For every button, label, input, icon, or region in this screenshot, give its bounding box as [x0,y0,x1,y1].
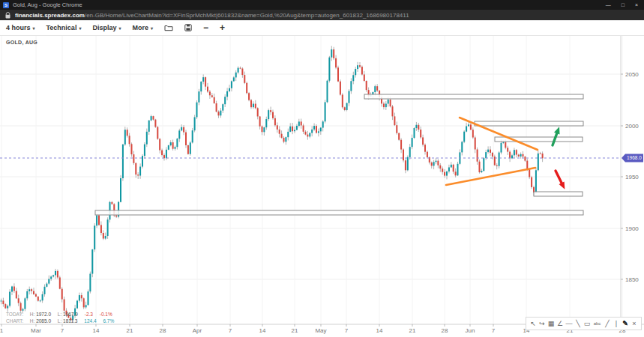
price-tick-label: 2050 [625,71,639,78]
time-tick-label: 1 [0,327,4,334]
price-zone-rectangle[interactable] [364,94,583,99]
price-zone-rectangle[interactable] [475,121,583,126]
horizontal-line-tool-icon[interactable]: — [565,320,573,327]
time-tick-label: 7 [345,327,349,334]
last-price-tag-label: 1968.0 [627,155,642,160]
text-tool-icon[interactable]: abc [592,321,602,326]
time-tick-label: 21 [409,327,416,334]
price-tick-label: 2000 [625,123,639,130]
chart-canvas[interactable]: 205020001950190018501Mar7142128Apr71421M… [0,0,644,337]
time-tick-label: 21 [292,327,298,334]
green-up-arrow-head [554,127,560,134]
table-tool-icon[interactable]: ▦ [547,320,555,327]
price-zone-rectangle[interactable] [95,210,583,215]
time-tick-label: May [315,327,326,334]
browser-window: S Gold, Aug - Google Chrome — □ × financ… [0,0,644,337]
symbol-label: GOLD, AUG [6,40,37,45]
ohlc-legend: TODAY: H: 1972.0 L: 1967.9 -2.3 -0.1% CH… [6,311,114,324]
candlesticks [1,46,544,322]
time-tick-label: 28 [160,327,166,334]
price-tick-label: 1950 [625,174,639,180]
vertical-line-tool-icon[interactable]: | [613,320,620,327]
trend-line-tool-icon[interactable]: ╲ [574,320,582,327]
drawing-toolbar: ↖↪▦∠—╲▭abc╱|✎× [526,317,642,330]
legend-row-chart: CHART: H: 2085.0 L: 1811.3 124.4 6.7% [6,318,114,324]
price-tick-label: 1850 [625,276,639,283]
legend-row-today: TODAY: H: 1972.0 L: 1967.9 -2.3 -0.1% [6,311,114,318]
time-tick-label: 7 [61,327,64,334]
time-tick-label: Jun [466,327,475,334]
cursor-tool-icon[interactable]: ↖ [529,320,537,327]
pencil-tool-icon[interactable]: ✎ [622,320,629,327]
time-tick-label: 14 [376,327,383,334]
price-tick-label: 1900 [625,225,639,232]
time-tick-label: 7 [229,327,232,334]
time-tick-label: 14 [259,327,266,334]
time-tick-label: Apr [193,327,202,334]
close-toolbar-icon[interactable]: × [631,320,638,327]
time-tick-label: Mar [31,327,41,334]
time-tick-label: 28 [442,327,448,334]
elbow-line-tool-icon[interactable]: ↪ [538,320,546,327]
price-zone-rectangle[interactable] [534,192,583,196]
rectangle-tool-icon[interactable]: ▭ [583,320,591,327]
diagonal-line-tool-icon[interactable]: ╱ [604,320,611,327]
time-tick-label: 21 [127,327,133,334]
time-tick-label: 14 [93,327,100,334]
angle-tool-icon[interactable]: ∠ [556,320,564,327]
time-tick-label: 7 [492,327,496,334]
